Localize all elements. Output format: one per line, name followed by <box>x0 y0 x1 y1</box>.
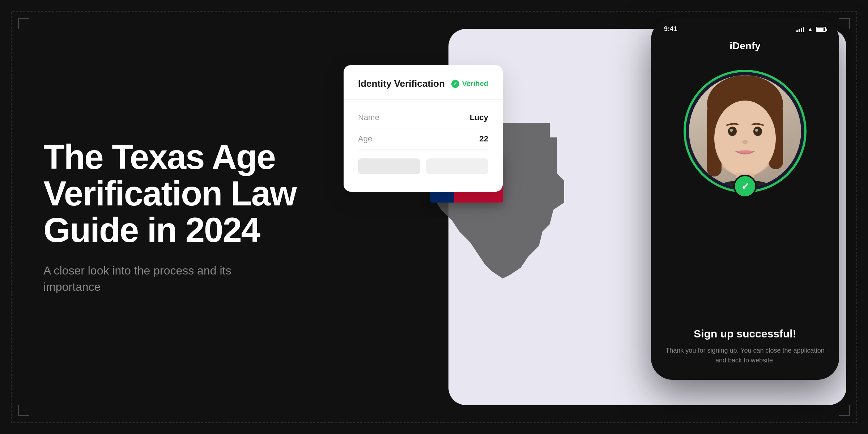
battery-fill <box>817 28 824 31</box>
age-label: Age <box>358 134 372 144</box>
name-value: Lucy <box>470 113 488 122</box>
right-section: ★ Identity Verification ✓ Verified Name … <box>326 0 868 434</box>
phone-app-name: iDenfy <box>651 37 839 59</box>
svg-point-6 <box>753 127 762 136</box>
battery-tip <box>826 29 827 31</box>
phone-status-bar: 9:41 ▲ <box>651 18 839 37</box>
success-checkmark: ✓ <box>733 175 757 198</box>
phone-mockup: 9:41 ▲ iDenfy <box>651 18 839 380</box>
left-section: The Texas Age Verification Law Guide in … <box>43 0 297 434</box>
battery-icon <box>816 27 826 32</box>
wifi-icon: ▲ <box>807 26 813 33</box>
card-title: Identity Verification <box>358 78 445 89</box>
sign-up-description: Thank you for signing up. You can close … <box>665 346 825 365</box>
verified-label: Verified <box>462 80 488 88</box>
card-buttons <box>358 158 488 174</box>
age-value: 22 <box>480 134 488 144</box>
main-title: The Texas Age Verification Law Guide in … <box>43 139 297 248</box>
svg-point-8 <box>755 129 758 132</box>
verified-check-icon: ✓ <box>453 81 457 86</box>
face-container: ✓ <box>651 59 839 306</box>
signal-bar-1 <box>796 30 798 32</box>
name-row: Name Lucy <box>358 107 488 128</box>
name-label: Name <box>358 113 379 122</box>
verified-dot: ✓ <box>451 80 459 88</box>
signal-bars-icon <box>796 26 804 32</box>
verified-badge: ✓ Verified <box>451 80 488 88</box>
signal-bar-4 <box>803 27 804 32</box>
card-button-2 <box>426 158 488 174</box>
success-check-icon: ✓ <box>741 180 749 192</box>
card-button-1 <box>358 158 420 174</box>
svg-point-9 <box>742 140 748 144</box>
svg-point-5 <box>728 127 737 136</box>
signal-bar-2 <box>799 29 800 32</box>
svg-point-7 <box>730 129 733 132</box>
sign-up-section: Sign up successful! Thank you for signin… <box>651 306 839 380</box>
card-divider <box>344 99 503 100</box>
face-circle-outer: ✓ <box>684 70 807 193</box>
phone-time: 9:41 <box>664 25 677 33</box>
corner-mark-tl <box>18 18 29 29</box>
signal-bar-3 <box>801 28 802 32</box>
identity-verification-card: Identity Verification ✓ Verified Name Lu… <box>344 65 503 192</box>
status-icons: ▲ <box>796 26 826 33</box>
subtitle: A closer look into the process and its i… <box>43 263 246 295</box>
card-header: Identity Verification ✓ Verified <box>358 78 488 89</box>
corner-mark-bl <box>18 405 29 416</box>
face-illustration <box>689 75 801 187</box>
svg-point-4 <box>714 101 776 176</box>
sign-up-title: Sign up successful! <box>665 328 825 340</box>
face-circle-inner <box>689 75 801 187</box>
age-row: Age 22 <box>358 128 488 150</box>
